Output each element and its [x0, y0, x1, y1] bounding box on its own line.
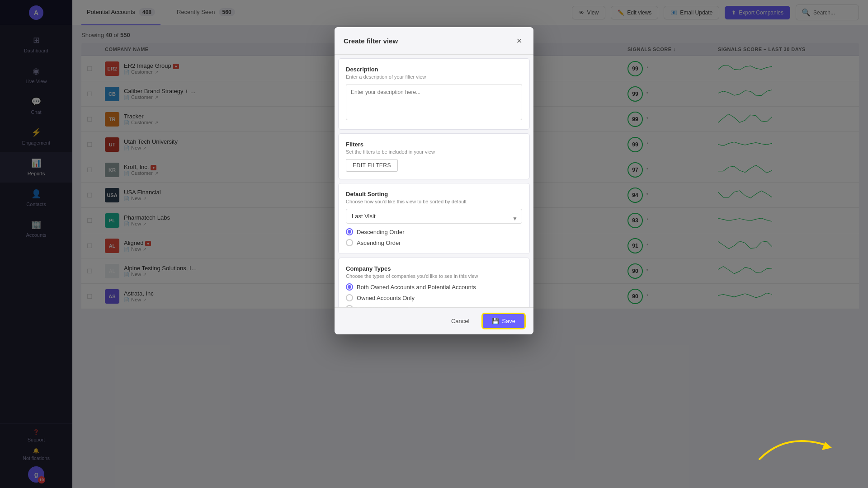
- descending-order-option[interactable]: Descending Order: [346, 228, 522, 235]
- description-section: Description Enter a description of your …: [338, 58, 530, 130]
- company-type-radio-group: Both Owned Accounts and Potential Accoun…: [346, 283, 522, 307]
- modal-title: Create filter view: [344, 37, 398, 45]
- filters-section: Filters Set the filters to be included i…: [338, 133, 530, 179]
- description-hint: Enter a description of your filter view: [346, 74, 522, 80]
- sorting-title: Default Sorting: [346, 191, 522, 197]
- owned-only-option[interactable]: Owned Accounts Only: [346, 294, 522, 301]
- sorting-section: Default Sorting Choose how you'd like th…: [338, 183, 530, 254]
- company-types-hint: Choose the types of companies you'd like…: [346, 273, 522, 279]
- both-radio: [346, 283, 353, 291]
- sort-select[interactable]: Last Visit Company Name Signals Score Da…: [346, 209, 522, 224]
- description-title: Description: [346, 66, 522, 73]
- company-types-section: Company Types Choose the types of compan…: [338, 258, 530, 307]
- cancel-button[interactable]: Cancel: [442, 314, 478, 328]
- filters-hint: Set the filters to be included in your v…: [346, 149, 522, 155]
- sorting-hint: Choose how you'd like this view to be so…: [346, 199, 522, 204]
- modal-overlay[interactable]: Create filter view ✕ Description Enter a…: [0, 0, 868, 488]
- edit-filters-button[interactable]: EDIT FILTERS: [346, 159, 398, 172]
- svg-marker-0: [822, 442, 832, 450]
- save-icon: 💾: [492, 318, 499, 324]
- modal-header: Create filter view ✕: [335, 27, 533, 55]
- both-accounts-option[interactable]: Both Owned Accounts and Potential Accoun…: [346, 283, 522, 291]
- sort-select-wrapper: Last Visit Company Name Signals Score Da…: [346, 209, 522, 228]
- ascending-order-option[interactable]: Ascending Order: [346, 239, 522, 246]
- modal-footer: Cancel 💾 Save: [335, 307, 533, 334]
- save-button[interactable]: 💾 Save: [483, 314, 524, 328]
- ascending-radio: [346, 239, 353, 246]
- modal-body: Description Enter a description of your …: [335, 55, 533, 307]
- descending-radio: [346, 228, 353, 235]
- description-textarea[interactable]: [346, 84, 522, 120]
- create-filter-modal: Create filter view ✕ Description Enter a…: [335, 27, 533, 334]
- modal-close-button[interactable]: ✕: [514, 35, 524, 46]
- order-radio-group: Descending Order Ascending Order: [346, 228, 522, 246]
- owned-radio: [346, 294, 353, 301]
- arrow-annotation: [750, 423, 841, 470]
- filters-title: Filters: [346, 141, 522, 148]
- company-types-title: Company Types: [346, 265, 522, 272]
